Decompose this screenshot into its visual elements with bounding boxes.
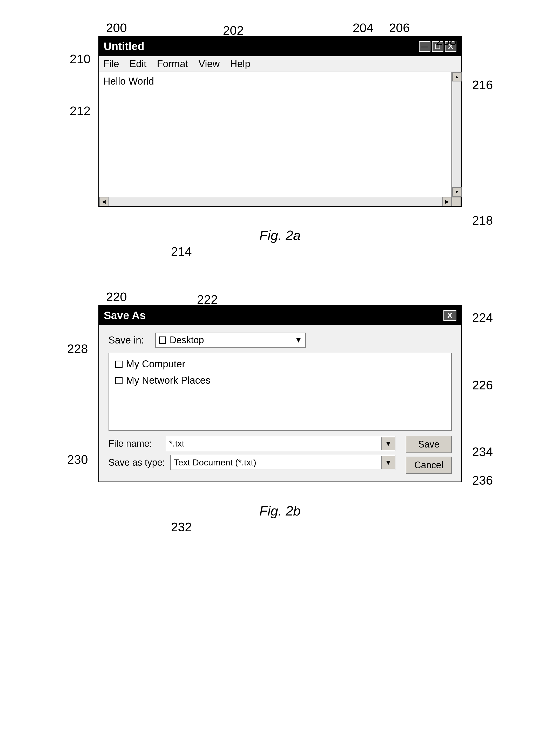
cancel-button[interactable]: Cancel: [406, 457, 452, 474]
scroll-left-button[interactable]: ◀: [99, 197, 108, 206]
my-computer-icon: [115, 361, 122, 368]
file-item-my-network-places[interactable]: My Network Places: [115, 375, 445, 386]
label-214: 214: [171, 245, 192, 259]
save-in-arrow-icon: ▼: [295, 336, 302, 344]
label-210: 210: [70, 52, 91, 66]
scroll-track-v: [452, 82, 461, 187]
label-232: 232: [171, 520, 192, 534]
file-name-arrow-icon[interactable]: ▼: [381, 437, 395, 450]
label-236: 236: [472, 473, 493, 487]
scrollbar-corner: [452, 197, 461, 206]
desktop-icon: [159, 336, 166, 344]
menu-edit[interactable]: Edit: [129, 58, 146, 69]
file-name-label: File name:: [108, 438, 160, 449]
label-224: 224: [472, 311, 493, 325]
label-234: 234: [472, 445, 493, 459]
file-item-my-computer[interactable]: My Computer: [115, 359, 445, 370]
vertical-scrollbar[interactable]: ▲ ▼: [452, 72, 461, 197]
save-as-type-value: Text Document (*.txt): [171, 455, 381, 469]
saveas-dialog: Save As X Save in: Desktop ▼: [98, 306, 462, 482]
notepad-title: Untitled: [104, 40, 144, 52]
save-as-type-dropdown[interactable]: Text Document (*.txt) ▼: [170, 455, 396, 470]
menu-help[interactable]: Help: [230, 58, 250, 69]
saveas-action-buttons: Save Cancel: [406, 436, 452, 474]
label-216: 216: [472, 78, 493, 92]
label-228: 228: [67, 342, 88, 356]
minimize-button[interactable]: —: [419, 41, 431, 51]
save-in-row: Save in: Desktop ▼: [108, 333, 452, 348]
saveas-title: Save As: [104, 309, 146, 322]
label-208: 208: [436, 34, 456, 48]
saveas-bottom: File name: *.txt ▼ Save as type: Text Do…: [108, 436, 452, 474]
label-218: 218: [472, 213, 493, 228]
label-204: 204: [353, 21, 373, 35]
file-name-input[interactable]: *.txt ▼: [166, 436, 396, 451]
horizontal-scrollbar[interactable]: ◀ ▶: [99, 197, 461, 206]
save-button[interactable]: Save: [406, 436, 452, 453]
saveas-file-area: My Computer My Network Places: [108, 353, 452, 430]
file-name-row: File name: *.txt ▼: [108, 436, 396, 451]
saveas-close-button[interactable]: X: [443, 310, 456, 321]
fig2a-section: 200 202 204 206 208 210 212 214 216 218 …: [98, 36, 462, 243]
my-computer-label: My Computer: [126, 359, 185, 370]
save-in-dropdown[interactable]: Desktop ▼: [155, 333, 306, 348]
fig2b-section: 220 222 224 226 228 230 232 234 236 Save…: [98, 306, 462, 519]
label-202: 202: [223, 23, 244, 38]
label-230: 230: [67, 453, 88, 467]
saveas-body: Save in: Desktop ▼ My Computer: [99, 325, 461, 482]
menu-format[interactable]: Format: [157, 58, 188, 69]
scroll-right-button[interactable]: ▶: [442, 197, 452, 206]
notepad-menubar: File Edit Format View Help: [99, 56, 461, 72]
notepad-titlebar: Untitled — □ X: [99, 37, 461, 56]
scroll-track-h: [108, 197, 442, 206]
label-220: 220: [106, 290, 127, 304]
menu-view[interactable]: View: [199, 58, 220, 69]
scroll-up-button[interactable]: ▲: [452, 72, 462, 82]
label-226: 226: [472, 378, 493, 392]
save-in-label: Save in:: [108, 335, 150, 346]
save-as-type-label: Save as type:: [108, 457, 165, 468]
save-as-type-row: Save as type: Text Document (*.txt) ▼: [108, 455, 396, 470]
saveas-titlebar: Save As X: [99, 306, 461, 325]
label-222: 222: [197, 292, 218, 307]
notepad-body: Hello World ▲ ▼: [99, 72, 461, 197]
scroll-down-button[interactable]: ▼: [452, 187, 462, 197]
fig2b-caption: Fig. 2b: [98, 503, 462, 519]
saveas-form-rows: File name: *.txt ▼ Save as type: Text Do…: [108, 436, 396, 470]
notepad-content[interactable]: Hello World: [99, 72, 452, 197]
label-206: 206: [389, 21, 410, 35]
save-as-type-arrow-icon[interactable]: ▼: [381, 456, 395, 469]
my-network-places-label: My Network Places: [126, 375, 211, 386]
label-200: 200: [106, 21, 127, 35]
fig2a-caption: Fig. 2a: [98, 228, 462, 243]
file-name-value: *.txt: [166, 436, 381, 450]
save-in-value: Desktop: [170, 335, 204, 345]
label-212: 212: [70, 104, 91, 118]
menu-file[interactable]: File: [103, 58, 119, 69]
my-network-places-icon: [115, 377, 122, 384]
notepad-window: Untitled — □ X File Edit Format View Hel…: [98, 36, 462, 207]
